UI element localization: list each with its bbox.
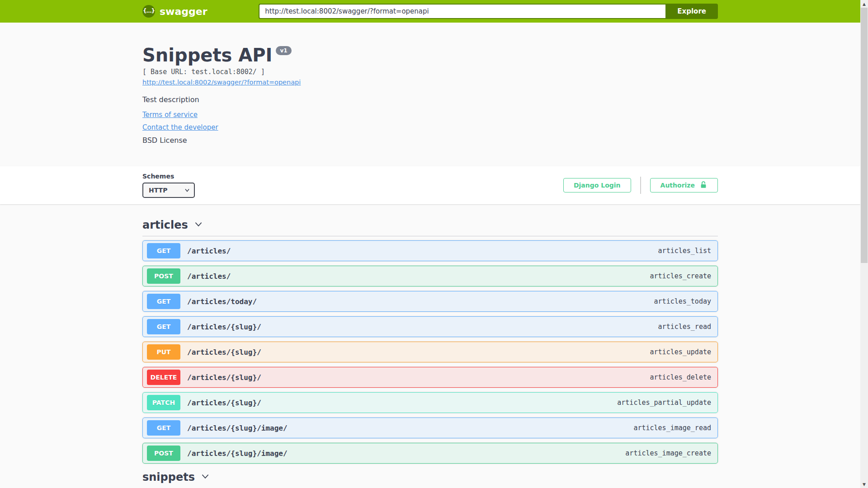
base-url: [ Base URL: test.local:8002/ ]: [142, 68, 718, 76]
auth-wrapper: Django Login Authorize: [563, 177, 718, 194]
operation-id: articles_image_read: [633, 424, 711, 432]
chevron-down-icon: [200, 471, 210, 483]
contact-developer-link[interactable]: Contact the developer: [142, 123, 218, 131]
scheme-select[interactable]: HTTP: [142, 183, 195, 198]
operation-id: articles_delete: [650, 373, 711, 381]
section-rows: GET /articles/ articles_list POST /artic…: [142, 240, 718, 464]
section-title-text: articles: [142, 219, 188, 231]
section-divider: [142, 236, 718, 236]
topbar: {…} swagger Explore: [0, 0, 860, 23]
operation-path: /articles/{slug}/: [187, 348, 261, 357]
operation-path: /articles/{slug}/: [187, 373, 261, 382]
authorize-button[interactable]: Authorize: [650, 178, 718, 192]
operation-id: articles_today: [654, 297, 711, 305]
method-badge: PATCH: [147, 395, 180, 410]
method-badge: PUT: [147, 344, 180, 360]
django-login-button[interactable]: Django Login: [563, 178, 631, 192]
django-login-label: Django Login: [574, 182, 621, 189]
api-description: Test description: [142, 95, 718, 104]
method-badge: GET: [147, 420, 180, 436]
method-badge: POST: [147, 268, 180, 284]
unlock-icon: [699, 181, 708, 190]
operation-row[interactable]: GET /articles/{slug}/ articles_read: [142, 316, 718, 337]
auth-divider: [640, 177, 641, 194]
api-info-section: Snippets API v1 [ Base URL: test.local:8…: [0, 23, 860, 166]
operation-path: /articles/: [187, 247, 231, 255]
spec-url-input[interactable]: [259, 4, 665, 19]
method-badge: DELETE: [147, 370, 180, 385]
operation-id: articles_update: [650, 348, 711, 356]
operation-id: articles_read: [658, 323, 711, 331]
method-badge: GET: [147, 294, 180, 309]
page-title: Snippets API v1: [142, 45, 718, 65]
spec-link[interactable]: http://test.local:8002/swagger/?format=o…: [142, 79, 301, 86]
chevron-down-icon: [193, 219, 203, 231]
scrollbar-up-arrow-icon[interactable]: ▲: [860, 0, 868, 8]
swagger-brand[interactable]: {…} swagger: [142, 5, 208, 18]
operation-path: /articles/{slug}/image/: [187, 449, 288, 458]
operation-row[interactable]: POST /articles/{slug}/image/ articles_im…: [142, 443, 718, 464]
operation-row[interactable]: POST /articles/ articles_create: [142, 266, 718, 286]
operation-row[interactable]: GET /articles/{slug}/image/ articles_ima…: [142, 418, 718, 438]
section-header[interactable]: articles: [142, 219, 718, 231]
section-header[interactable]: snippets: [142, 471, 718, 483]
vertical-scrollbar[interactable]: ▲ ▼: [860, 0, 868, 488]
schemes-block: Schemes HTTP: [142, 173, 195, 198]
spec-url-form: Explore: [259, 4, 718, 19]
scheme-container: Schemes HTTP Django Login Authorize: [0, 166, 860, 204]
schemes-label: Schemes: [142, 173, 195, 180]
operation-id: articles_create: [650, 272, 711, 280]
operation-id: articles_list: [658, 247, 711, 255]
operation-row[interactable]: PUT /articles/{slug}/ articles_update: [142, 342, 718, 362]
operation-path: /articles/{slug}/: [187, 323, 261, 331]
section-title-text: snippets: [142, 471, 195, 483]
operation-path: /articles/: [187, 272, 231, 281]
api-tag-section: snippets GET /snippets/ snippets_list: [142, 471, 718, 488]
operation-row[interactable]: GET /articles/today/ articles_today: [142, 291, 718, 312]
terms-of-service-link[interactable]: Terms of service: [142, 111, 198, 119]
scrollbar-thumb[interactable]: [861, 8, 868, 263]
method-badge: POST: [147, 446, 180, 461]
version-badge: v1: [276, 46, 291, 55]
authorize-label: Authorize: [660, 182, 695, 189]
operation-path: /articles/{slug}/: [187, 399, 261, 407]
operation-path: /articles/today/: [187, 297, 257, 306]
operation-row[interactable]: PATCH /articles/{slug}/ articles_partial…: [142, 392, 718, 413]
explore-button[interactable]: Explore: [665, 4, 718, 19]
api-title-text: Snippets API: [142, 45, 272, 65]
scrollbar-down-arrow-icon[interactable]: ▼: [860, 480, 868, 488]
operations-list: articles GET /articles/ articles_list PO…: [142, 204, 718, 488]
operation-row[interactable]: GET /articles/ articles_list: [142, 240, 718, 261]
method-badge: GET: [147, 243, 180, 258]
swagger-logo-icon: {…}: [142, 5, 155, 18]
operation-id: articles_image_create: [625, 449, 711, 457]
license-label: BSD License: [142, 136, 718, 145]
method-badge: GET: [147, 319, 180, 334]
brand-name: swagger: [160, 6, 208, 17]
operation-row[interactable]: DELETE /articles/{slug}/ articles_delete: [142, 367, 718, 388]
operation-path: /articles/{slug}/image/: [187, 424, 288, 432]
operation-id: articles_partial_update: [617, 399, 711, 407]
api-tag-section: articles GET /articles/ articles_list PO…: [142, 219, 718, 464]
